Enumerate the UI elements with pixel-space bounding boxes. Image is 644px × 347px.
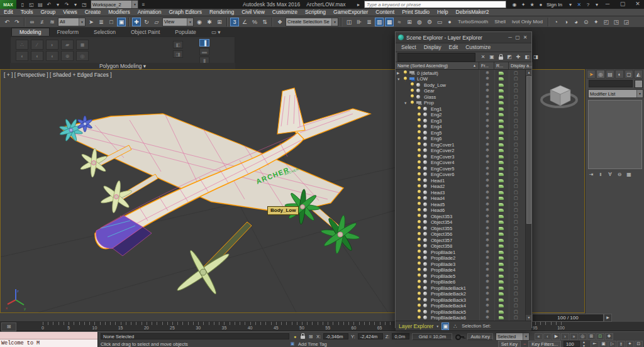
material-editor-icon[interactable]: ◍ xyxy=(415,18,424,26)
select-and-manipulate-icon[interactable]: ✱ xyxy=(205,18,214,26)
signin-dropdown-icon[interactable]: ▾ xyxy=(567,1,574,8)
renderable-toggle-icon[interactable] xyxy=(499,167,504,170)
border-mode-icon[interactable]: ◗ xyxy=(46,40,58,50)
ribbon-overflow-icon[interactable]: ▭ ▾ xyxy=(204,28,228,36)
lock-cell-editing-icon[interactable] xyxy=(497,53,504,60)
help-dropdown-icon[interactable]: ▾ xyxy=(593,1,601,8)
sign-in-button[interactable]: Sign In xyxy=(547,2,562,8)
display-as-toggle-icon[interactable]: ▢ xyxy=(514,214,518,219)
object-row[interactable]: PropBlade2❄▢ xyxy=(396,255,526,262)
layer-row[interactable]: ▶0 (default)❄▢ xyxy=(396,70,526,76)
display-as-toggle-icon[interactable]: ▢ xyxy=(514,82,518,87)
fov-icon[interactable]: ✦ xyxy=(626,341,634,347)
frozen-toggle-icon[interactable]: ❄ xyxy=(486,297,489,302)
go-to-end-icon[interactable]: » xyxy=(570,333,578,340)
display-as-toggle-icon[interactable]: ▢ xyxy=(514,291,518,296)
open-mini-curve-editor-button[interactable]: ⊞ xyxy=(1,322,16,331)
object-row[interactable]: PropBladeBack3❄▢ xyxy=(396,297,526,303)
workspace-menu-icon[interactable]: ≡ xyxy=(140,1,147,8)
renderable-toggle-icon[interactable] xyxy=(499,299,504,302)
object-row[interactable]: Glass❄▢ xyxy=(396,94,526,100)
frozen-toggle-icon[interactable]: ❄ xyxy=(486,136,489,141)
select-and-move-icon[interactable]: ✚ xyxy=(132,18,141,26)
key-filters-button[interactable]: Key Filters... xyxy=(528,341,561,347)
favorites-star-icon[interactable]: ★ xyxy=(528,1,536,8)
explorer-mode-combo[interactable]: Layer Explorer xyxy=(399,323,433,329)
lock-cell-editing-icon[interactable] xyxy=(499,57,503,60)
display-as-toggle-icon[interactable]: ▢ xyxy=(514,279,518,284)
custom-sphere-icon[interactable]: ◑ xyxy=(562,18,570,26)
visibility-bulb-icon[interactable] xyxy=(418,172,421,175)
object-row[interactable]: PropBlade5❄▢ xyxy=(396,273,526,279)
visibility-bulb-icon[interactable] xyxy=(418,273,421,277)
snap-toggle-3d-icon[interactable]: 3 xyxy=(230,18,239,26)
play-animation-icon[interactable]: ▶ xyxy=(552,333,560,340)
sync-selection-icon[interactable]: ◩ xyxy=(506,53,513,60)
exchange-apps-icon[interactable]: ✕ xyxy=(575,1,583,8)
collapse-icon[interactable]: ▼ xyxy=(397,77,400,81)
renderable-toggle-icon[interactable] xyxy=(499,292,504,295)
pan-view-icon[interactable]: ▷ xyxy=(608,341,616,347)
custom-box2-icon[interactable]: ◳ xyxy=(612,18,621,26)
select-object-icon[interactable]: ➤ xyxy=(87,18,96,26)
renderable-toggle-icon[interactable] xyxy=(499,137,504,140)
display-as-toggle-icon[interactable]: ▢ xyxy=(514,94,518,99)
explorer-scrollbar[interactable]: ▲ ▼ xyxy=(525,70,531,321)
visibility-bulb-icon[interactable] xyxy=(418,297,421,300)
visibility-bulb-icon[interactable] xyxy=(418,244,421,247)
explorer-menu-customize[interactable]: Customize xyxy=(462,44,494,51)
ribbon-tab-populate[interactable]: Populate xyxy=(167,28,204,36)
display-options-icon[interactable]: ▣ xyxy=(488,53,496,60)
pin-stack-ribbon-icon[interactable]: ⊕ xyxy=(61,51,74,61)
display-as-toggle-icon[interactable]: ▢ xyxy=(514,202,518,207)
renderable-toggle-icon[interactable] xyxy=(499,101,504,104)
layer-row[interactable]: ▼LOW❄▢ xyxy=(396,76,526,82)
selection-region-icon[interactable]: □ xyxy=(107,18,116,26)
menu-scripting[interactable]: Scripting xyxy=(301,9,330,16)
menu-views[interactable]: Views xyxy=(59,9,81,16)
show-end-result-icon[interactable]: ‖ xyxy=(597,170,604,178)
time-tag-icon[interactable]: ▣ xyxy=(289,341,296,347)
object-row[interactable]: Object353❄▢ xyxy=(396,213,526,219)
frozen-toggle-icon[interactable]: ❄ xyxy=(486,291,489,296)
undo-icon[interactable]: ↶ xyxy=(45,1,53,8)
select-and-rotate-icon[interactable]: ↻ xyxy=(142,18,151,26)
frozen-toggle-icon[interactable]: ❄ xyxy=(486,262,489,267)
object-row[interactable]: EngCover2❄▢ xyxy=(396,148,526,154)
renderable-toggle-icon[interactable] xyxy=(499,96,504,99)
visibility-bulb-icon[interactable] xyxy=(418,178,421,181)
modifier-list-combo[interactable]: Modifier List ▼ xyxy=(588,89,643,98)
absolute-mode-icon[interactable]: ⊞ xyxy=(308,333,314,339)
make-unique-icon[interactable]: ∀ xyxy=(606,170,614,178)
object-row[interactable]: Eng4❄▢ xyxy=(396,124,526,130)
render-production-icon[interactable]: ● xyxy=(445,18,454,26)
object-row[interactable]: EngCover6❄▢ xyxy=(396,172,526,178)
display-as-toggle-icon[interactable]: ▢ xyxy=(514,231,518,236)
object-row[interactable]: PropBladeBack5❄▢ xyxy=(396,309,526,315)
object-color-swatch[interactable] xyxy=(635,80,643,88)
display-as-toggle-icon[interactable]: ▢ xyxy=(514,243,518,248)
renderable-toggle-icon[interactable] xyxy=(499,197,504,200)
visibility-bulb-icon[interactable] xyxy=(411,101,414,104)
scrollbar-thumb[interactable] xyxy=(526,76,531,224)
percent-snap-icon[interactable]: % xyxy=(250,18,259,26)
visibility-bulb-icon[interactable] xyxy=(418,232,421,235)
renderable-toggle-icon[interactable] xyxy=(499,287,504,290)
frozen-toggle-icon[interactable]: ❄ xyxy=(486,142,489,147)
display-as-toggle-icon[interactable]: ▢ xyxy=(514,309,518,314)
renderable-toggle-icon[interactable] xyxy=(499,113,504,116)
explorer-minimize-icon[interactable]: ─ xyxy=(506,34,514,41)
renderable-toggle-icon[interactable] xyxy=(499,72,504,75)
schematic-view-icon[interactable]: ⊞ xyxy=(405,18,414,26)
display-as-toggle-icon[interactable]: ▢ xyxy=(514,190,518,195)
visibility-bulb-icon[interactable] xyxy=(418,238,421,241)
renderable-toggle-icon[interactable] xyxy=(499,77,504,80)
renderable-toggle-icon[interactable] xyxy=(499,203,504,206)
menu-customize[interactable]: Customize xyxy=(269,9,301,16)
object-row[interactable]: Object354❄▢ xyxy=(396,219,526,226)
object-row[interactable]: PropBlade6❄▢ xyxy=(396,279,526,285)
frozen-toggle-icon[interactable]: ❄ xyxy=(486,214,489,219)
object-row[interactable]: EngCover4❄▢ xyxy=(396,160,526,166)
help-icon[interactable]: ? xyxy=(584,1,592,8)
visibility-bulb-icon[interactable] xyxy=(418,304,421,307)
